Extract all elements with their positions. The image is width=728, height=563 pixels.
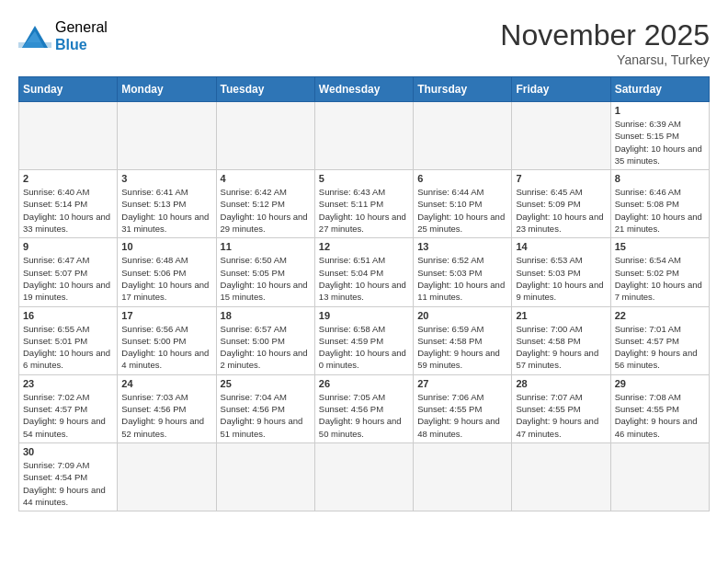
day-number: 30 (23, 446, 113, 457)
day-info: Sunrise: 6:40 AM Sunset: 5:14 PM Dayligh… (23, 186, 113, 235)
calendar-cell (512, 102, 610, 170)
calendar-cell: 27Sunrise: 7:06 AM Sunset: 4:55 PM Dayli… (414, 374, 512, 442)
svg-rect-2 (18, 42, 51, 48)
calendar-week-row: 30Sunrise: 7:09 AM Sunset: 4:54 PM Dayli… (19, 442, 710, 511)
calendar-cell: 1Sunrise: 6:39 AM Sunset: 5:15 PM Daylig… (610, 102, 709, 170)
day-info: Sunrise: 6:46 AM Sunset: 5:08 PM Dayligh… (615, 186, 705, 235)
weekday-header-monday: Monday (118, 77, 216, 102)
day-info: Sunrise: 6:51 AM Sunset: 5:04 PM Dayligh… (319, 254, 409, 303)
day-info: Sunrise: 6:54 AM Sunset: 5:02 PM Dayligh… (615, 254, 705, 303)
calendar-cell: 17Sunrise: 6:56 AM Sunset: 5:00 PM Dayli… (118, 306, 216, 374)
page-header: General Blue November 2025 Yanarsu, Turk… (18, 18, 710, 67)
day-number: 21 (516, 310, 606, 321)
day-info: Sunrise: 6:55 AM Sunset: 5:01 PM Dayligh… (23, 323, 113, 372)
day-number: 23 (23, 378, 113, 389)
day-info: Sunrise: 7:05 AM Sunset: 4:56 PM Dayligh… (319, 391, 409, 440)
calendar-cell: 7Sunrise: 6:45 AM Sunset: 5:09 PM Daylig… (512, 170, 610, 238)
day-info: Sunrise: 6:47 AM Sunset: 5:07 PM Dayligh… (23, 254, 113, 303)
day-info: Sunrise: 7:00 AM Sunset: 4:58 PM Dayligh… (516, 323, 606, 372)
calendar-cell (118, 442, 216, 511)
weekday-header-thursday: Thursday (414, 77, 512, 102)
day-number: 1 (615, 105, 705, 116)
day-number: 14 (516, 241, 606, 252)
day-number: 15 (615, 241, 705, 252)
logo-icon (18, 22, 51, 50)
day-info: Sunrise: 6:53 AM Sunset: 5:03 PM Dayligh… (516, 254, 606, 303)
calendar-cell: 21Sunrise: 7:00 AM Sunset: 4:58 PM Dayli… (512, 306, 610, 374)
day-info: Sunrise: 6:48 AM Sunset: 5:06 PM Dayligh… (121, 254, 211, 303)
logo-blue: Blue (55, 37, 87, 52)
month-title: November 2025 (500, 18, 710, 52)
calendar-cell (512, 442, 610, 511)
calendar-cell: 19Sunrise: 6:58 AM Sunset: 4:59 PM Dayli… (314, 306, 413, 374)
weekday-header-wednesday: Wednesday (314, 77, 413, 102)
day-number: 22 (615, 310, 705, 321)
weekday-header-saturday: Saturday (610, 77, 709, 102)
calendar-cell (216, 442, 314, 511)
calendar-week-row: 2Sunrise: 6:40 AM Sunset: 5:14 PM Daylig… (19, 170, 710, 238)
calendar-cell: 24Sunrise: 7:03 AM Sunset: 4:56 PM Dayli… (118, 374, 216, 442)
weekday-header-friday: Friday (512, 77, 610, 102)
day-number: 24 (121, 378, 211, 389)
day-number: 7 (516, 173, 606, 184)
day-info: Sunrise: 6:57 AM Sunset: 5:00 PM Dayligh… (221, 323, 311, 372)
calendar-cell: 12Sunrise: 6:51 AM Sunset: 5:04 PM Dayli… (314, 238, 413, 306)
day-info: Sunrise: 6:43 AM Sunset: 5:11 PM Dayligh… (319, 186, 409, 235)
logo-text: General Blue (55, 18, 108, 53)
day-info: Sunrise: 6:58 AM Sunset: 4:59 PM Dayligh… (319, 323, 409, 372)
title-block: November 2025 Yanarsu, Turkey (500, 18, 710, 67)
day-number: 28 (516, 378, 606, 389)
day-number: 8 (615, 173, 705, 184)
day-number: 18 (221, 310, 311, 321)
day-info: Sunrise: 7:04 AM Sunset: 4:56 PM Dayligh… (221, 391, 311, 440)
calendar-cell: 26Sunrise: 7:05 AM Sunset: 4:56 PM Dayli… (314, 374, 413, 442)
day-number: 10 (121, 241, 211, 252)
calendar-week-row: 9Sunrise: 6:47 AM Sunset: 5:07 PM Daylig… (19, 238, 710, 306)
day-info: Sunrise: 7:03 AM Sunset: 4:56 PM Dayligh… (121, 391, 211, 440)
day-info: Sunrise: 6:41 AM Sunset: 5:13 PM Dayligh… (121, 186, 211, 235)
calendar-week-row: 23Sunrise: 7:02 AM Sunset: 4:57 PM Dayli… (19, 374, 710, 442)
calendar-cell: 22Sunrise: 7:01 AM Sunset: 4:57 PM Dayli… (610, 306, 709, 374)
day-info: Sunrise: 7:09 AM Sunset: 4:54 PM Dayligh… (23, 459, 113, 508)
day-number: 11 (221, 241, 311, 252)
calendar-cell: 30Sunrise: 7:09 AM Sunset: 4:54 PM Dayli… (19, 442, 118, 511)
day-info: Sunrise: 6:39 AM Sunset: 5:15 PM Dayligh… (615, 118, 705, 167)
calendar-cell: 15Sunrise: 6:54 AM Sunset: 5:02 PM Dayli… (610, 238, 709, 306)
calendar-cell: 4Sunrise: 6:42 AM Sunset: 5:12 PM Daylig… (216, 170, 314, 238)
weekday-header-sunday: Sunday (19, 77, 118, 102)
day-number: 9 (23, 241, 113, 252)
calendar-cell: 3Sunrise: 6:41 AM Sunset: 5:13 PM Daylig… (118, 170, 216, 238)
calendar-cell: 25Sunrise: 7:04 AM Sunset: 4:56 PM Dayli… (216, 374, 314, 442)
day-info: Sunrise: 6:59 AM Sunset: 4:58 PM Dayligh… (417, 323, 507, 372)
day-info: Sunrise: 7:06 AM Sunset: 4:55 PM Dayligh… (417, 391, 507, 440)
calendar-cell: 16Sunrise: 6:55 AM Sunset: 5:01 PM Dayli… (19, 306, 118, 374)
calendar-cell: 2Sunrise: 6:40 AM Sunset: 5:14 PM Daylig… (19, 170, 118, 238)
day-number: 2 (23, 173, 113, 184)
day-number: 3 (121, 173, 211, 184)
day-info: Sunrise: 6:42 AM Sunset: 5:12 PM Dayligh… (221, 186, 311, 235)
day-number: 29 (615, 378, 705, 389)
day-number: 6 (417, 173, 507, 184)
day-info: Sunrise: 7:08 AM Sunset: 4:55 PM Dayligh… (615, 391, 705, 440)
calendar-cell: 9Sunrise: 6:47 AM Sunset: 5:07 PM Daylig… (19, 238, 118, 306)
day-info: Sunrise: 6:50 AM Sunset: 5:05 PM Dayligh… (221, 254, 311, 303)
calendar-cell: 11Sunrise: 6:50 AM Sunset: 5:05 PM Dayli… (216, 238, 314, 306)
day-number: 5 (319, 173, 409, 184)
location: Yanarsu, Turkey (500, 52, 710, 67)
day-info: Sunrise: 6:52 AM Sunset: 5:03 PM Dayligh… (417, 254, 507, 303)
day-info: Sunrise: 7:02 AM Sunset: 4:57 PM Dayligh… (23, 391, 113, 440)
calendar-cell (19, 102, 118, 170)
day-info: Sunrise: 6:56 AM Sunset: 5:00 PM Dayligh… (121, 323, 211, 372)
day-number: 17 (121, 310, 211, 321)
day-number: 27 (417, 378, 507, 389)
day-number: 19 (319, 310, 409, 321)
day-number: 16 (23, 310, 113, 321)
day-info: Sunrise: 6:45 AM Sunset: 5:09 PM Dayligh… (516, 186, 606, 235)
day-number: 12 (319, 241, 409, 252)
day-number: 25 (221, 378, 311, 389)
calendar-cell: 6Sunrise: 6:44 AM Sunset: 5:10 PM Daylig… (414, 170, 512, 238)
day-number: 20 (417, 310, 507, 321)
calendar-cell: 29Sunrise: 7:08 AM Sunset: 4:55 PM Dayli… (610, 374, 709, 442)
day-number: 26 (319, 378, 409, 389)
logo-general: General (55, 19, 108, 35)
